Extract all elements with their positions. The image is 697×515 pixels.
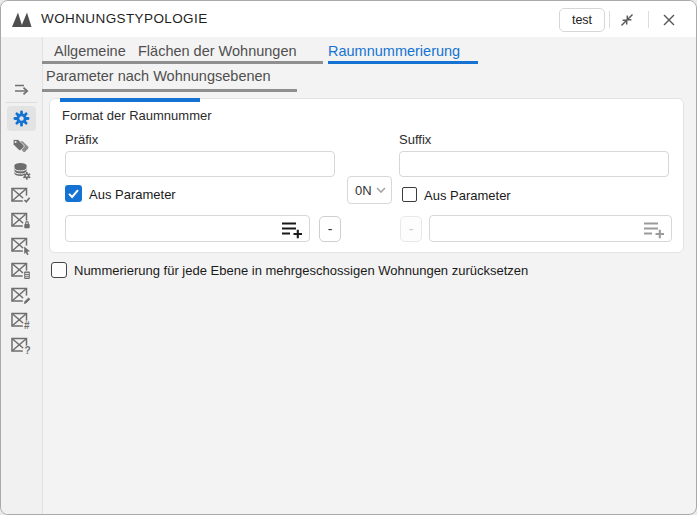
suffix-remove-button[interactable]: - [400,216,422,242]
settings-gear-icon [13,110,30,127]
format-der-raumnummer-panel: Format der Raumnummer Präfix Suffix 0N A… [49,98,684,253]
panel-tab-format-der-raumnummer[interactable]: Format der Raumnummer [62,108,212,123]
dialog-window: WOHNUNGSTYPOLOGIE test [0,0,697,515]
panel-tab-indicator [60,98,200,102]
sidebar-item-param-number[interactable]: # [7,308,36,333]
reset-numbering-label: Nummerierung für jede Ebene in mehrgesch… [74,263,528,278]
number-format-select[interactable]: 0N [347,176,392,204]
zone-pencil-icon [11,287,32,305]
suffix-parameter-input[interactable] [438,220,643,237]
zone-hash-icon: # [11,312,32,330]
svg-text:?: ? [24,345,30,355]
collapse-window-button[interactable] [613,8,640,31]
reset-numbering-checkbox[interactable] [51,262,67,278]
prefix-parameter-input[interactable] [74,220,281,237]
collapse-window-icon [619,12,635,28]
suffix-input[interactable] [399,151,669,177]
chevron-down-icon [376,186,386,194]
close-button[interactable] [655,8,682,31]
subtab-parameter-nach-wohnungsebenen[interactable]: Parameter nach Wohnungsebenen [46,68,271,84]
zone-question-icon: ? [11,337,32,355]
playlist-add-icon[interactable] [643,219,665,239]
zone-check-icon [11,187,32,205]
tab-allgemeine[interactable]: Allgemeine [54,43,126,59]
zone-lock-icon [11,212,32,230]
zone-calculator-icon [11,262,32,280]
sidebar-item-tags[interactable] [7,134,36,159]
close-icon [662,13,676,27]
playlist-add-icon[interactable] [281,219,303,239]
prefix-parameter-field[interactable] [65,215,310,242]
suffix-aus-parameter-label: Aus Parameter [424,188,511,203]
tab-underline-inactive [42,61,323,64]
app-logo-icon [10,9,34,29]
sidebar: # ? [1,37,43,514]
prefix-label: Präfix [65,132,98,147]
prefix-aus-parameter-checkbox[interactable] [65,185,82,202]
sidebar-item-param-check[interactable] [7,183,36,208]
number-format-value: 0N [355,183,376,198]
expand-panel-icon [12,81,32,97]
prefix-aus-parameter-label: Aus Parameter [89,187,176,202]
prefix-input[interactable] [65,151,335,177]
titlebar-separator [648,11,649,28]
title-bar: WOHNUNGSTYPOLOGIE test [1,1,696,37]
sidebar-item-param-select[interactable] [7,233,36,258]
suffix-aus-parameter-checkbox[interactable] [402,187,417,202]
sidebar-item-param-edit[interactable] [7,283,36,308]
sidebar-item-param-calculate[interactable] [7,258,36,283]
titlebar-separator [609,11,610,28]
sidebar-item-data-settings[interactable] [7,158,36,183]
sidebar-item-param-unknown[interactable]: ? [7,333,36,358]
tab-raumnummerierung[interactable]: Raumnummerierung [328,43,460,59]
svg-text:#: # [24,320,30,330]
prefix-remove-button[interactable]: - [319,216,341,242]
tab-flaechen-der-wohnungen[interactable]: Flächen der Wohnungen [138,43,297,59]
suffix-label: Suffix [399,132,431,147]
suffix-parameter-field[interactable] [429,215,672,242]
database-gear-icon [13,162,31,180]
subtab-underline [42,89,297,92]
sidebar-item-settings[interactable] [7,106,36,131]
sidebar-item-param-lock[interactable] [7,208,36,233]
window-title: WOHNUNGSTYPOLOGIE [41,11,208,26]
tags-icon [12,138,31,155]
sidebar-expand-button[interactable] [9,79,35,99]
sidebar-divider [6,102,37,103]
zone-cursor-icon [11,237,32,255]
profile-badge-button[interactable]: test [559,8,605,32]
tab-underline-active [328,61,478,64]
